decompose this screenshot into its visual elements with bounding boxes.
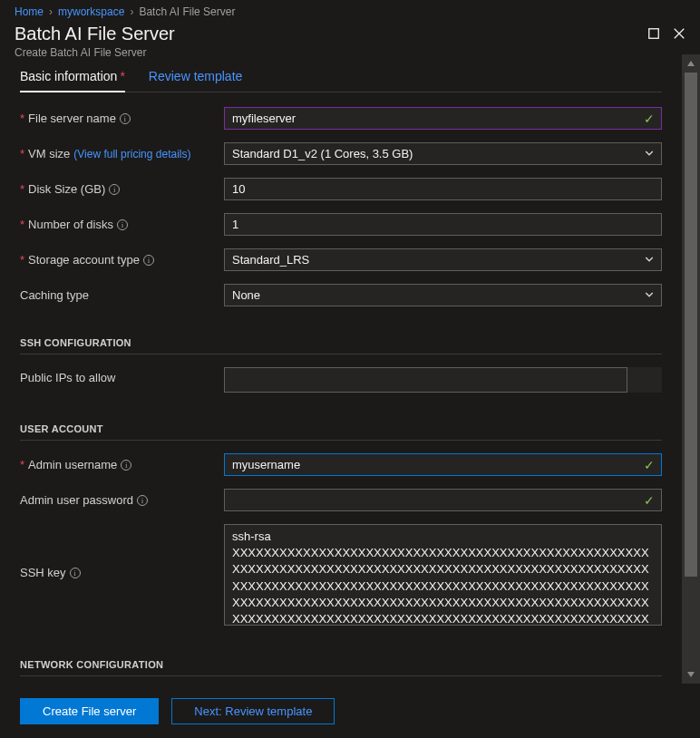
admin-password-label: Admin user password: [20, 493, 133, 507]
breadcrumb: Home › myworkspace › Batch AI File Serve…: [0, 0, 700, 18]
admin-username-input[interactable]: [224, 453, 662, 476]
info-icon[interactable]: i: [70, 568, 81, 578]
caching-type-select[interactable]: None: [224, 284, 662, 306]
tabs: Basic information* Review template: [20, 69, 662, 92]
public-ips-label: Public IPs to allow: [20, 371, 116, 384]
check-icon: ✓: [644, 458, 655, 472]
file-server-name-label: File server name: [28, 112, 116, 125]
next-review-template-button[interactable]: Next: Review template: [171, 698, 335, 724]
file-server-name-input[interactable]: [224, 107, 662, 130]
create-file-server-button[interactable]: Create File server: [20, 698, 159, 724]
svg-marker-4: [687, 672, 695, 677]
scrollbar[interactable]: [682, 54, 700, 684]
info-icon[interactable]: i: [143, 255, 154, 266]
chevron-right-icon: ›: [130, 5, 133, 18]
info-icon[interactable]: i: [117, 219, 128, 230]
number-of-disks-label: Number of disks: [28, 218, 113, 231]
section-user-account: USER ACCOUNT: [20, 405, 662, 441]
vm-size-label: VM size: [28, 147, 70, 160]
footer: Create File server Next: Review template: [0, 684, 700, 738]
vm-size-select[interactable]: Standard D1_v2 (1 Cores, 3.5 GB): [224, 142, 662, 165]
info-icon[interactable]: i: [109, 184, 120, 195]
breadcrumb-home[interactable]: Home: [15, 5, 44, 18]
info-icon[interactable]: i: [121, 460, 131, 471]
page-title: Batch AI File Server: [15, 24, 175, 44]
public-ips-input[interactable]: [224, 367, 627, 393]
admin-password-input[interactable]: [224, 489, 662, 511]
storage-account-type-select[interactable]: Standard_LRS: [224, 248, 662, 271]
caching-type-label: Caching type: [20, 288, 89, 302]
disk-size-input[interactable]: [224, 178, 662, 200]
section-network-configuration: NETWORK CONFIGURATION: [20, 641, 662, 676]
close-icon[interactable]: [673, 27, 685, 43]
vm-size-pricing-link[interactable]: (View full pricing details): [73, 148, 190, 160]
breadcrumb-workspace[interactable]: myworkspace: [58, 5, 124, 18]
admin-username-label: Admin username: [28, 458, 117, 471]
info-icon[interactable]: i: [120, 113, 131, 124]
breadcrumb-current: Batch AI File Server: [139, 5, 235, 18]
ssh-key-label: SSH key: [20, 566, 66, 579]
scroll-up-icon[interactable]: [682, 54, 700, 73]
ssh-key-input[interactable]: [224, 524, 662, 626]
public-ips-add-button[interactable]: [627, 367, 662, 393]
section-ssh-configuration: SSH CONFIGURATION: [20, 319, 662, 354]
page-header: Batch AI File Server Create Batch AI Fil…: [0, 18, 700, 59]
storage-account-type-label: Storage account type: [28, 253, 140, 267]
popout-icon[interactable]: [647, 27, 660, 43]
tab-review-template[interactable]: Review template: [149, 69, 243, 92]
tab-basic-information[interactable]: Basic information*: [20, 69, 125, 92]
check-icon: ✓: [644, 493, 655, 508]
disk-size-label: Disk Size (GB): [28, 182, 105, 196]
svg-marker-3: [687, 61, 695, 66]
scroll-down-icon[interactable]: [682, 665, 700, 684]
svg-rect-0: [649, 29, 659, 39]
number-of-disks-input[interactable]: [224, 213, 662, 236]
info-icon[interactable]: i: [137, 495, 148, 506]
check-icon: ✓: [644, 112, 655, 126]
chevron-right-icon: ›: [49, 5, 53, 18]
scrollbar-thumb[interactable]: [685, 73, 697, 577]
